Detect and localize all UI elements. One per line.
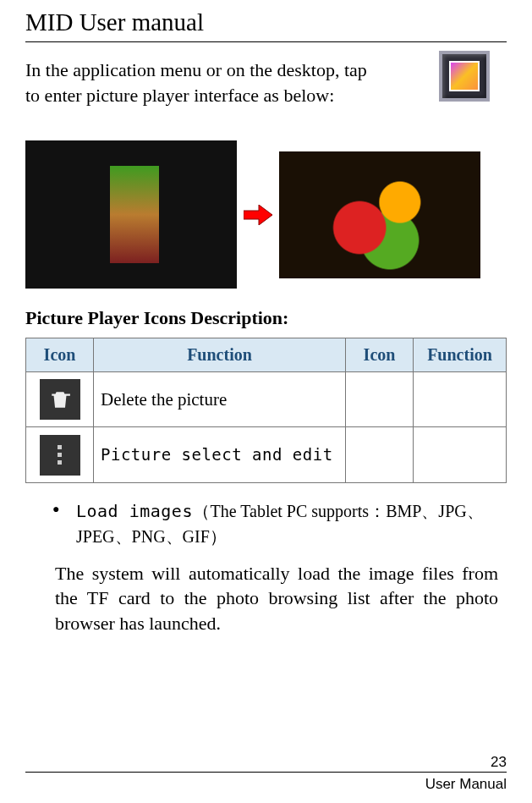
gallery-screenshot-2: [279, 151, 480, 278]
cell-empty: [414, 427, 507, 483]
icon-table: Icon Function Icon Function Delete the p…: [25, 338, 507, 483]
body-paragraph: The system will automatically load the i…: [55, 561, 498, 636]
footer: 23 User Manual: [25, 754, 507, 793]
bullet-mid: The Tablet PC supports：: [210, 502, 386, 520]
gallery-app-icon: [439, 51, 490, 102]
th-icon2: Icon: [346, 338, 414, 372]
section-heading: Picture Player Icons Description:: [25, 307, 507, 329]
intro-line1: In the application menu or on the deskto…: [25, 59, 367, 80]
arrow-right-icon: [244, 205, 272, 225]
cell-empty: [414, 372, 507, 427]
page-number: 23: [25, 754, 507, 771]
svg-marker-0: [244, 205, 272, 225]
bullet-paren-open: （: [193, 501, 211, 521]
table-row: Delete the picture: [26, 372, 507, 427]
bullet-paren-close: ）: [210, 526, 228, 547]
th-icon: Icon: [26, 338, 94, 372]
more-dots-icon: [40, 435, 80, 476]
table-header-row: Icon Function Icon Function: [26, 338, 507, 372]
cell-edit-icon: [26, 427, 94, 483]
cell-empty: [346, 427, 414, 483]
table-row: Picture select and edit: [26, 427, 507, 483]
page-title: MID User manual: [25, 8, 507, 36]
bullet-load-images: Load images（The Tablet PC supports：BMP、J…: [76, 498, 498, 549]
cell-empty: [346, 372, 414, 427]
footer-label: User Manual: [25, 776, 507, 793]
intro-text: In the application menu or on the deskto…: [25, 58, 406, 107]
th-function: Function: [94, 338, 346, 372]
gallery-icon-frame: [439, 51, 490, 102]
bullet-prefix: Load images: [76, 501, 193, 521]
intro-block: In the application menu or on the deskto…: [25, 58, 507, 117]
gallery-icon-inner: [449, 61, 480, 91]
cell-delete-icon: [26, 372, 94, 427]
title-rule: [25, 41, 507, 42]
th-function2: Function: [414, 338, 507, 372]
screenshots-row: [25, 140, 507, 289]
gallery-screenshot-1: [25, 140, 237, 289]
cell-edit-func: Picture select and edit: [94, 427, 346, 483]
intro-line2: to enter picture player interface as bel…: [25, 85, 334, 106]
footer-rule: [25, 772, 507, 773]
trash-icon: [40, 379, 80, 420]
cell-delete-func: Delete the picture: [94, 372, 346, 427]
